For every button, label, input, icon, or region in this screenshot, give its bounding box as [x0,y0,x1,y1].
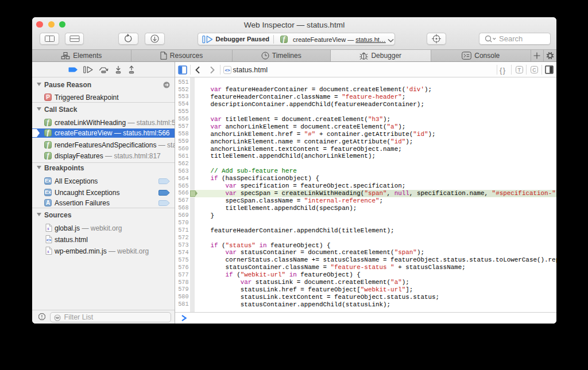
svg-text:C: C [532,67,536,73]
svg-text:s: s [47,225,49,231]
svg-text:<>: <> [225,67,230,72]
svg-text:s: s [47,248,49,254]
svg-text:<>: <> [47,237,51,243]
svg-text:T: T [517,67,521,73]
